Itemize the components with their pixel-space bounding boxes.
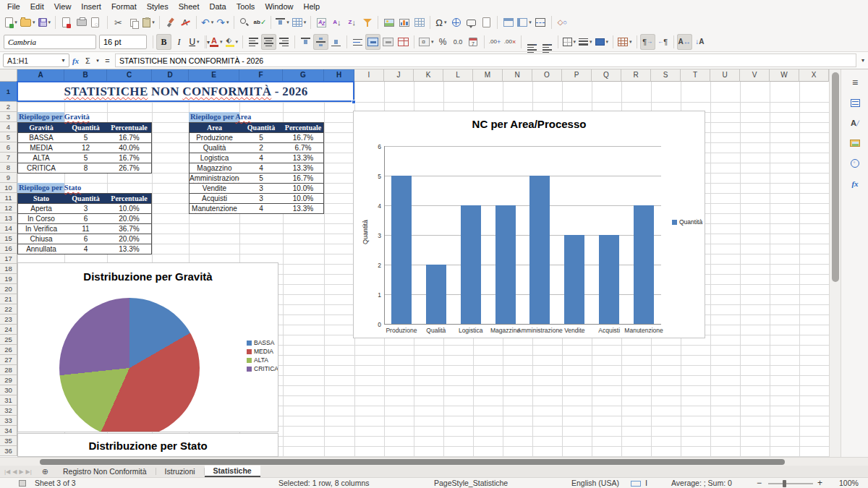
function-wizard-button[interactable]: fx xyxy=(69,56,82,65)
pie-legend-item[interactable]: BASSA xyxy=(247,339,274,346)
pie-legend-item[interactable]: CRITICA xyxy=(247,365,278,372)
chevron-down-icon[interactable]: ▾ xyxy=(629,39,632,45)
row-header-5[interactable]: 5 xyxy=(0,132,17,142)
italic-button[interactable]: I xyxy=(171,34,187,50)
row-header-8[interactable]: 8 xyxy=(0,163,17,173)
insert-chart-button[interactable] xyxy=(396,14,412,30)
area-cell-quantity-7[interactable]: 4 xyxy=(239,204,284,214)
bar-chart[interactable]: NC per Area/Processo0123456QuantitàProdu… xyxy=(353,111,705,338)
insert-comment-button[interactable] xyxy=(464,14,479,30)
chevron-down-icon[interactable]: ▾ xyxy=(58,57,69,64)
stato-cell-label-2[interactable]: In Verifica xyxy=(17,224,65,234)
conditional-formatting-button[interactable]: ▾ xyxy=(616,34,634,50)
row-header-14[interactable]: 14 xyxy=(0,223,17,234)
freeze-rows-columns-button[interactable] xyxy=(501,14,516,30)
row-header-27[interactable]: 27 xyxy=(0,355,17,365)
gravita-cell-label-1[interactable]: MEDIA xyxy=(17,143,65,153)
area-cell-quantity-1[interactable]: 2 xyxy=(239,143,284,153)
properties-icon[interactable] xyxy=(848,95,862,110)
chevron-down-icon[interactable]: ▾ xyxy=(14,20,17,25)
column-header-J[interactable]: J xyxy=(384,69,414,82)
format-date-button[interactable]: 7 xyxy=(466,34,481,50)
horizontal-scrollbar[interactable] xyxy=(0,457,868,466)
row-header-13[interactable]: 13 xyxy=(0,213,17,223)
stato-chart[interactable]: Distribuzione per Stato xyxy=(17,433,278,457)
chevron-down-icon[interactable]: ▾ xyxy=(48,20,51,25)
decrease-indent-button[interactable]: ← xyxy=(540,34,555,50)
zoom-in-button[interactable]: + xyxy=(817,478,822,488)
center-vertically-button[interactable] xyxy=(313,34,328,50)
gravita-cell-label-0[interactable]: BASSA xyxy=(17,133,65,143)
zoom-out-button[interactable]: − xyxy=(757,478,762,488)
chevron-down-icon[interactable]: ▾ xyxy=(529,20,532,25)
menu-data[interactable]: Data xyxy=(204,1,231,12)
gallery-icon[interactable] xyxy=(848,136,862,150)
row-header-15[interactable]: 15 xyxy=(0,234,17,244)
column-header-X[interactable]: X xyxy=(799,69,829,82)
align-left-button[interactable] xyxy=(246,34,261,50)
stato-cell-percent-4[interactable]: 13.3% xyxy=(107,244,152,254)
sort-ascending-button[interactable]: A↓ xyxy=(329,14,344,30)
insert-image-button[interactable] xyxy=(381,14,396,30)
chevron-down-icon[interactable]: ▾ xyxy=(226,20,229,25)
selection-mode-icon[interactable] xyxy=(631,481,641,487)
border-style-button[interactable]: ▾ xyxy=(577,34,594,50)
sort-descending-button[interactable]: Z↓ xyxy=(344,14,359,30)
row-header-1[interactable]: 1 xyxy=(0,82,17,102)
pie-chart[interactable]: Distribuzione per GravitàBASSAMEDIAALTAC… xyxy=(17,262,278,432)
spelling-button[interactable]: ab✓ xyxy=(252,14,268,30)
row-header-2[interactable]: 2 xyxy=(0,102,17,112)
chevron-down-icon[interactable]: ▾ xyxy=(33,20,35,25)
sheet-tab-registro-non-conformità[interactable]: Registro Non Conformità xyxy=(54,466,156,477)
gravita-cell-percent-1[interactable]: 40.0% xyxy=(107,143,152,153)
vertical-scrollbar[interactable] xyxy=(829,69,841,457)
row-header-25[interactable]: 25 xyxy=(0,335,17,345)
add-decimal-button[interactable]: .00+ xyxy=(488,34,503,50)
row-header-7[interactable]: 7 xyxy=(0,153,17,163)
row-header-4[interactable]: 4 xyxy=(0,122,17,132)
sheet-tab-statistiche[interactable]: Statistiche xyxy=(205,466,260,477)
row-header-24[interactable]: 24 xyxy=(0,325,17,335)
print-button[interactable] xyxy=(74,14,89,30)
stato-cell-quantity-3[interactable]: 6 xyxy=(64,234,108,244)
paste-button[interactable]: ▾ xyxy=(141,14,156,30)
clone-formatting-button[interactable] xyxy=(163,14,178,30)
pie-legend-item[interactable]: MEDIA xyxy=(247,348,273,355)
insert-row-button[interactable]: ▾ xyxy=(274,14,291,30)
column-header-U[interactable]: U xyxy=(710,69,740,82)
chevron-down-icon[interactable]: ▾ xyxy=(304,20,307,25)
area-cell-label-7[interactable]: Manutenzione xyxy=(189,204,240,214)
area-cell-label-4[interactable]: Amministrazione xyxy=(189,174,240,184)
redo-button[interactable]: ↷▾ xyxy=(215,14,230,30)
sidebar-settings-icon[interactable]: ≡ xyxy=(848,75,862,90)
first-sheet-button[interactable]: |◀ xyxy=(4,468,10,475)
bar-chart-legend[interactable]: Quantità xyxy=(672,218,702,226)
chevron-down-icon[interactable]: ▾ xyxy=(606,39,609,45)
chevron-down-icon[interactable]: ▾ xyxy=(211,20,214,25)
chevron-down-icon[interactable]: ▾ xyxy=(152,20,155,25)
area-cell-percent-1[interactable]: 6.7% xyxy=(283,143,324,153)
stato-cell-label-0[interactable]: Aperta xyxy=(17,204,65,214)
row-header-21[interactable]: 21 xyxy=(0,294,17,304)
new-document-button[interactable]: ▾ xyxy=(4,14,19,30)
chevron-down-icon[interactable]: ▾ xyxy=(286,20,289,25)
column-header-F[interactable]: F xyxy=(239,69,283,82)
horizontal-scrollbar-thumb[interactable] xyxy=(40,459,785,465)
autofilter-button[interactable] xyxy=(359,14,375,30)
stato-cell-percent-3[interactable]: 20.0% xyxy=(107,234,152,244)
row-header-18[interactable]: 18 xyxy=(0,264,17,274)
chevron-down-icon[interactable]: ▾ xyxy=(197,39,200,45)
column-header-A[interactable]: A xyxy=(17,69,64,82)
row-header-22[interactable]: 22 xyxy=(0,304,17,314)
area-cell-quantity-6[interactable]: 3 xyxy=(239,194,284,204)
format-currency-button[interactable]: ¤▾ xyxy=(417,34,435,50)
expand-formula-bar-button[interactable]: ▾ xyxy=(858,57,868,64)
area-cell-label-5[interactable]: Vendite xyxy=(189,184,240,194)
row-header-11[interactable]: 11 xyxy=(0,193,17,203)
area-cell-percent-5[interactable]: 10.0% xyxy=(283,184,324,194)
insert-column-button[interactable]: ▾ xyxy=(291,14,308,30)
stato-cell-quantity-4[interactable]: 4 xyxy=(64,244,108,254)
formula-input[interactable] xyxy=(115,53,856,67)
add-sheet-button[interactable]: ⊕ xyxy=(36,466,54,477)
sort-button[interactable]: AZ xyxy=(314,14,329,30)
